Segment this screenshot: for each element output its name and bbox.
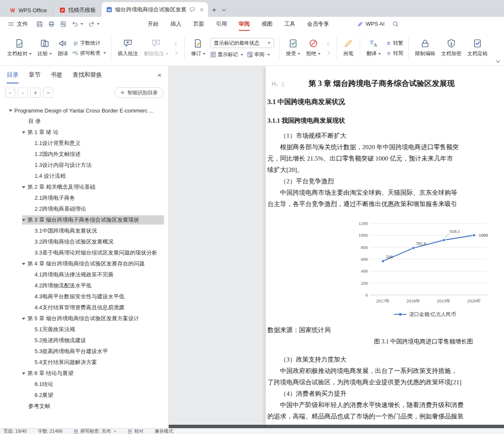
document-page[interactable]: H₂ 第 3 章 烟台跨境电子商务综合试验区发展现 3.1 中国跨境电商发展状况… xyxy=(266,66,504,425)
toc-item-link[interactable]: 3.1中国跨境电商发展状况 xyxy=(35,226,164,236)
menu-tab-0[interactable]: 开始 xyxy=(143,17,163,31)
ribbon-button-track-changes[interactable]: 修订 xyxy=(188,37,208,59)
collapse-triangle-icon[interactable] xyxy=(22,219,25,221)
menu-tab-4[interactable]: 审阅 xyxy=(234,17,254,31)
toc-item-link[interactable]: 1.2国内外文献综述 xyxy=(35,150,164,159)
ribbon-button-delete-comment[interactable]: 删除批注 xyxy=(141,37,171,59)
print-button[interactable] xyxy=(48,20,55,27)
file-menu-button[interactable]: 文件 xyxy=(4,20,31,28)
ribbon-button-restrict-editing[interactable]: 限制编辑 xyxy=(412,37,438,59)
toc-item-link[interactable]: 第 1 章 绪 论 xyxy=(22,128,164,137)
close-tab-button[interactable]: × xyxy=(200,6,204,13)
toc-item-link[interactable]: 1.1设计背景和意义 xyxy=(35,139,164,148)
menu-tab-7[interactable]: 会员专享 xyxy=(303,17,333,31)
smart-identify-toc-button[interactable]: 智能识别目录 xyxy=(114,87,163,98)
ribbon-button-accept-change[interactable]: 接受 xyxy=(283,37,303,59)
toc-item-link[interactable]: 3.3基于电商理论对烟台综试区发展问题的现状分析 xyxy=(35,248,164,257)
ribbon-button-translate[interactable]: 文A翻译 xyxy=(364,37,384,59)
toc-item-link[interactable]: 4.1跨境电商法律法规政策不完善 xyxy=(35,270,164,279)
collapse-triangle-icon[interactable] xyxy=(9,110,12,112)
toc-item-link[interactable]: 5.3提高跨境电商平台建设水平 xyxy=(35,347,164,356)
ribbon-button-next-comment[interactable] xyxy=(173,50,179,56)
ribbon-button-doc-proofread[interactable]: 文档校对 xyxy=(4,37,35,59)
status-item-1[interactable]: 字数: 21496 xyxy=(38,428,63,434)
toc-item-link[interactable]: 2.1跨境电子商务 xyxy=(35,193,164,203)
collapse-triangle-icon[interactable] xyxy=(22,131,25,134)
ribbon-button-word-count[interactable]: 123字数统计 xyxy=(73,40,100,47)
heading-drag-handle[interactable] xyxy=(280,80,285,86)
toc-item-link[interactable]: 第 5 章 烟台跨境电商综合试验区发展方案设计 xyxy=(22,314,164,323)
sidebar-tab-2[interactable]: 书签 xyxy=(51,67,62,83)
zoom-in-outline-button[interactable]: + xyxy=(30,88,40,98)
tab-wps-office[interactable]: W WPS Office xyxy=(3,3,53,17)
ribbon-button-insert-comment[interactable]: 插入批注 xyxy=(115,37,141,59)
ribbon-button-show-markup[interactable]: 显示标记 xyxy=(210,51,243,58)
ribbon-button-reject-change[interactable]: 拒绝 xyxy=(303,37,323,59)
ribbon-dropdown-markup-state[interactable]: 显示标记的最终状态 xyxy=(210,38,274,48)
collapse-ribbon-button[interactable] xyxy=(495,57,501,64)
zoom-out-outline-button[interactable]: − xyxy=(43,88,53,98)
ribbon-button-prev-change[interactable] xyxy=(325,40,332,47)
status-item-4[interactable]: 兼容模式 xyxy=(154,428,173,434)
ribbon-button-compare[interactable]: 比较 xyxy=(35,37,55,59)
redo-button[interactable] xyxy=(88,20,100,27)
search-button[interactable] xyxy=(392,20,399,27)
ribbon-button-spell-check[interactable]: ABC拼写检查 xyxy=(73,50,106,57)
toc-item-link[interactable]: 第 6 章 结论与展望 xyxy=(22,369,164,378)
menu-tab-1[interactable]: 插入 xyxy=(166,17,186,31)
tab-list-button[interactable] xyxy=(221,6,227,13)
ribbon-button-to-simplified[interactable]: 简转简 xyxy=(385,50,403,57)
collapse-triangle-icon[interactable] xyxy=(22,318,25,320)
ribbon-button-to-traditional[interactable]: 繁转繁 xyxy=(385,40,403,47)
toc-item-link[interactable]: 1.3设计内容与设计方法 xyxy=(35,161,164,170)
horizontal-scrollbar[interactable] xyxy=(169,425,504,428)
collapse-all-button[interactable] xyxy=(5,88,15,98)
status-item-3[interactable]: 校对 xyxy=(127,428,143,434)
sidebar-tab-1[interactable]: 章节 xyxy=(29,67,40,83)
ribbon-button-ink-pen[interactable]: 画笔 xyxy=(340,37,356,59)
ribbon-button-next-change[interactable] xyxy=(325,50,332,56)
toc-item-link[interactable]: 6.1结论 xyxy=(35,380,164,389)
collapse-triangle-icon[interactable] xyxy=(22,186,25,188)
ribbon-button-encrypt-document[interactable]: 文档加密 xyxy=(438,37,464,59)
menu-tab-5[interactable]: 视图 xyxy=(257,17,277,31)
toc-item-link[interactable]: 2.2跨境电商基础理论 xyxy=(35,204,164,214)
toc-item-link[interactable]: 第 2 章 相关概念及理论基础 xyxy=(22,182,164,192)
toc-item-link[interactable]: 6.2展望 xyxy=(35,391,164,400)
toc-item-link[interactable]: Programme Design of Yantai Cross Border … xyxy=(9,106,164,115)
status-item-2[interactable]: 拼写检查: 关闭 xyxy=(73,428,116,434)
new-tab-button[interactable]: + xyxy=(212,6,216,13)
menu-tab-2[interactable]: 页面 xyxy=(189,17,208,31)
ribbon-button-finalize-document[interactable]: 文档定稿 xyxy=(464,37,491,59)
sidebar-tab-3[interactable]: 查找和替换 xyxy=(73,67,102,83)
wps-ai-button[interactable]: WPS AI xyxy=(357,20,385,27)
undo-button[interactable] xyxy=(72,20,83,27)
close-sidebar-button[interactable]: × xyxy=(157,72,162,79)
menu-tab-6[interactable]: 工具 xyxy=(280,17,299,31)
collapse-triangle-icon[interactable] xyxy=(22,372,25,375)
status-item-0[interactable]: 页面: 19/40 xyxy=(3,428,27,434)
sidebar-tab-0[interactable]: 目录 xyxy=(7,67,19,83)
ribbon-button-read-aloud[interactable]: 朗读 xyxy=(55,37,71,59)
save-button[interactable] xyxy=(36,20,43,27)
toc-item-link[interactable]: 4.2跨境物流配送水平低 xyxy=(35,281,164,290)
print-preview-button[interactable] xyxy=(60,20,67,27)
tab-active-document[interactable]: W 烟台跨境电商综合试验区发展 × xyxy=(102,2,208,17)
ribbon-button-review-pane[interactable]: 审阅 xyxy=(247,51,270,58)
toc-item-link[interactable]: 3.2跨境电商综合试验区发展概况 xyxy=(35,237,164,246)
ribbon-button-prev-comment[interactable] xyxy=(173,40,179,47)
toc-item-link[interactable]: 5.1完善政策法规 xyxy=(35,325,164,334)
tab-template-doc[interactable]: 找稿壳模板 xyxy=(53,3,102,17)
toc-item-link[interactable]: 目 录 xyxy=(28,117,164,126)
menu-tab-3[interactable]: 引用 xyxy=(212,17,231,31)
toc-item-link[interactable]: 第 3 章 烟台跨境电子商务综合试验区发展现状 xyxy=(22,215,164,225)
expand-all-button[interactable] xyxy=(18,88,28,98)
toc-item-link[interactable]: 第 4 章 烟台跨境电商综合试验区发展存在的问题 xyxy=(22,259,164,268)
toc-item-link[interactable]: 参考文献 xyxy=(28,402,164,411)
collapse-triangle-icon[interactable] xyxy=(22,263,25,265)
toc-item-link[interactable]: 4.3电商平台数据安全性与建设水平低 xyxy=(35,292,164,301)
toc-item-link[interactable]: 5.2推进跨境物流建设 xyxy=(35,336,164,345)
toc-item-link[interactable]: 5.4支付结算问题解决方案 xyxy=(35,358,164,367)
toc-item-link[interactable]: 1.4 设计流程 xyxy=(35,171,164,181)
toc-item-link[interactable]: 4.4支付结算管理资费高且信息易泄露 xyxy=(35,303,164,312)
